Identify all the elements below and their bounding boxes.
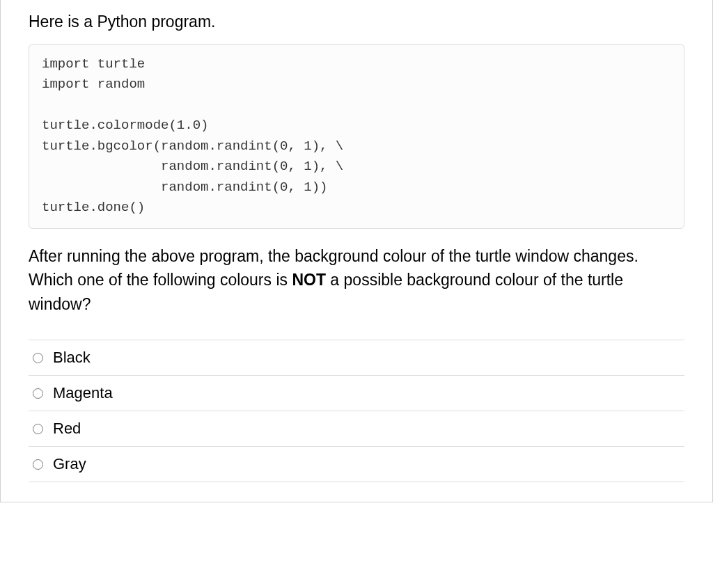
option-label: Red	[53, 420, 81, 438]
option-row[interactable]: Magenta	[29, 375, 684, 411]
question-card: Here is a Python program. import turtle …	[0, 0, 713, 502]
radio-input[interactable]	[33, 459, 43, 470]
radio-input[interactable]	[33, 388, 43, 399]
options-list: Black Magenta Red Gray	[29, 340, 684, 482]
radio-input[interactable]	[33, 424, 43, 434]
option-row[interactable]: Red	[29, 411, 684, 446]
intro-text: Here is a Python program.	[29, 0, 684, 31]
radio-input[interactable]	[33, 353, 43, 363]
option-label: Gray	[53, 455, 86, 473]
option-label: Black	[53, 349, 91, 367]
question-text: After running the above program, the bac…	[29, 244, 684, 317]
code-block: import turtle import random turtle.color…	[29, 44, 684, 229]
option-row[interactable]: Gray	[29, 446, 684, 482]
question-bold: NOT	[292, 271, 326, 289]
option-row[interactable]: Black	[29, 340, 684, 375]
option-label: Magenta	[53, 384, 113, 402]
